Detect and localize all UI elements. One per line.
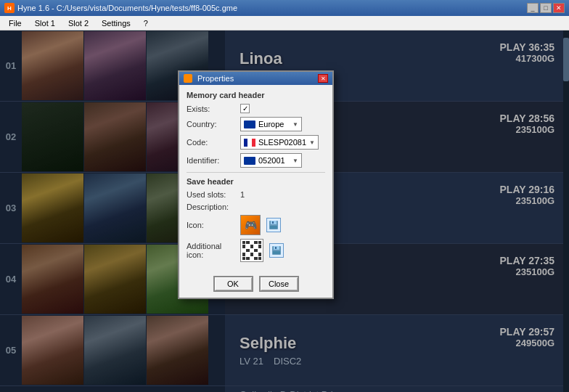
fr-flag-icon (244, 139, 255, 147)
save-header-label: Save header (187, 177, 325, 186)
country-select[interactable]: Europe ▼ (240, 117, 302, 131)
identifier-select[interactable]: 052001 ▼ (240, 153, 302, 168)
dialog-buttons: OK Close (179, 271, 332, 298)
identifier-label: Identifier: (187, 156, 237, 165)
country-row: Country: Europe ▼ (187, 117, 325, 131)
code-select[interactable]: SLESP02081 ▼ (240, 135, 319, 150)
icon-label: Icon: (187, 221, 237, 229)
icon-row: Icon: 🎮 (187, 215, 325, 235)
used-slots-row: Used slots: 1 (187, 190, 325, 199)
close-button[interactable]: ✕ (553, 3, 565, 13)
section-divider (187, 172, 325, 173)
description-row: Description: (187, 203, 325, 211)
dialog-title-left: Properties (184, 74, 234, 83)
country-label: Country: (187, 120, 237, 128)
dialog-icon (184, 74, 192, 83)
menu-help[interactable]: ? (138, 17, 154, 29)
additional-icon-save-button[interactable] (269, 243, 284, 258)
exists-label: Exists: (187, 105, 237, 113)
dialog-close-icon[interactable]: ✕ (318, 74, 328, 83)
code-row: Code: SLESP02081 ▼ (187, 135, 325, 150)
menu-settings[interactable]: Settings (96, 17, 136, 29)
identifier-dropdown-arrow: ▼ (292, 158, 298, 164)
used-slots-value: 1 (240, 190, 245, 199)
dialog-title-text: Properties (197, 74, 234, 83)
menu-slot2[interactable]: Slot 2 (62, 17, 94, 29)
description-label: Description: (187, 203, 237, 211)
title-bar-left: H Hyne 1.6 - C:/Users/vista/Documents/Hy… (4, 3, 237, 13)
additional-icon-preview (240, 239, 263, 262)
menu-bar: File Slot 1 Slot 2 Settings ? (0, 16, 569, 30)
identifier-flag-icon (244, 157, 255, 165)
main-content: 01 02 03 04 (0, 30, 569, 392)
code-dropdown-arrow: ▼ (309, 139, 315, 146)
country-value: Europe (258, 120, 284, 128)
dialog-body: Memory card header Exists: ✓ Country: Eu… (179, 85, 332, 271)
svg-rect-2 (272, 221, 274, 224)
icon-save-button[interactable] (266, 218, 281, 232)
svg-rect-7 (273, 251, 280, 254)
dialog-title-bar: Properties ✕ (179, 72, 332, 85)
icon-preview: 🎮 (240, 215, 261, 235)
minimize-button[interactable]: _ (527, 3, 539, 13)
additional-icon-row: Additional icon: (187, 239, 325, 262)
code-label: Code: (187, 138, 237, 147)
exists-checkbox[interactable]: ✓ (240, 104, 250, 113)
ok-button[interactable]: OK (213, 276, 253, 292)
window-title: Hyne 1.6 - C:/Users/vista/Documents/Hyne… (17, 4, 237, 12)
identifier-value: 052001 (258, 156, 285, 165)
window-controls[interactable]: _ □ ✕ (527, 3, 565, 13)
properties-dialog: Properties ✕ Memory card header Exists: … (178, 70, 334, 299)
eu-flag-icon (244, 121, 255, 128)
svg-rect-6 (275, 247, 277, 249)
additional-icon-label: Additional icon: (187, 242, 237, 259)
svg-rect-3 (270, 226, 277, 229)
close-button-dialog[interactable]: Close (259, 276, 299, 292)
used-slots-label: Used slots: (187, 190, 237, 199)
memory-card-header-label: Memory card header (187, 91, 325, 99)
title-bar: H Hyne 1.6 - C:/Users/vista/Documents/Hy… (0, 0, 569, 16)
menu-slot1[interactable]: Slot 1 (29, 17, 61, 29)
app-icon: H (4, 3, 15, 13)
country-dropdown-arrow: ▼ (292, 121, 298, 128)
identifier-row: Identifier: 052001 ▼ (187, 153, 325, 168)
menu-file[interactable]: File (3, 17, 28, 29)
code-value: SLESP02081 (258, 138, 306, 147)
exists-row: Exists: ✓ (187, 104, 325, 113)
maximize-button[interactable]: □ (540, 3, 552, 13)
